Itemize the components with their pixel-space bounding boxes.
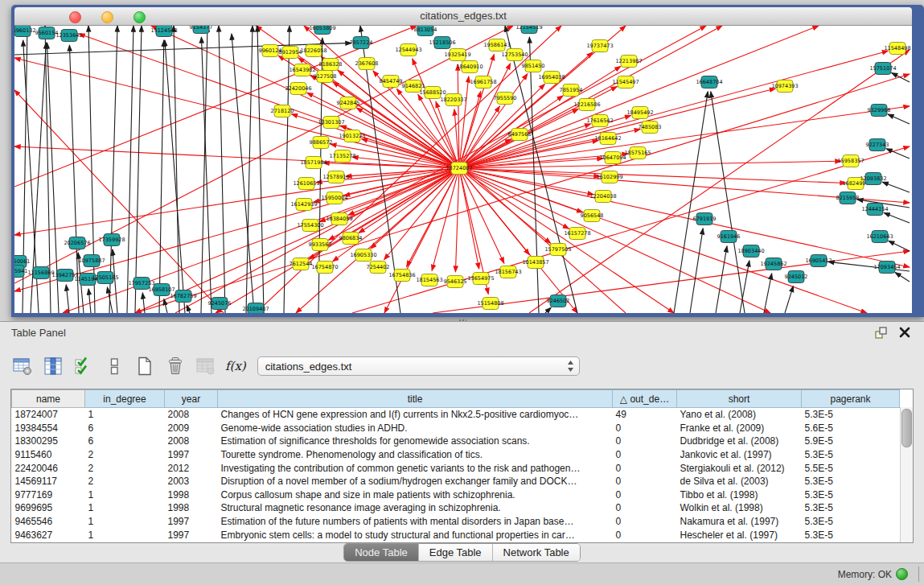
table-cell[interactable]: 2003 [165, 475, 218, 488]
table-cell[interactable]: 0 [613, 488, 677, 502]
table-cell[interactable]: Structural magnetic resonance image aver… [218, 501, 613, 515]
table-cell[interactable]: 9699695 [12, 501, 85, 515]
window-titlebar[interactable]: citations_edges.txt [14, 7, 912, 26]
table-row[interactable]: 1830029562008Estimation of significance … [12, 435, 900, 448]
table-cell[interactable]: 0 [613, 528, 677, 542]
selection-mode-icon[interactable] [69, 353, 98, 379]
column-header-pagerank[interactable]: pagerank [802, 390, 900, 408]
table-cell[interactable]: 9463627 [12, 528, 85, 542]
table-cell[interactable]: 1 [85, 408, 165, 422]
table-cell[interactable]: 2008 [165, 435, 218, 448]
table-cell[interactable]: Tibbo et al. (1998) [677, 488, 802, 502]
scrollbar-thumb[interactable] [901, 409, 912, 447]
delete-column-icon[interactable] [161, 353, 190, 379]
table-cell[interactable]: 2 [85, 461, 165, 475]
table-cell[interactable]: 2012 [165, 461, 218, 475]
table-row[interactable]: 1872400712008Changes of HCN gene express… [12, 408, 900, 422]
table-row[interactable]: 2242004622012Investigating the contribut… [12, 461, 900, 475]
table-cell[interactable]: 1 [85, 488, 165, 502]
table-row[interactable]: 969969511998Structural magnetic resonanc… [12, 501, 900, 515]
column-header-year[interactable]: year [165, 390, 218, 408]
table-cell[interactable]: 1998 [165, 488, 218, 502]
memory-status-icon[interactable] [896, 568, 908, 580]
table-cell[interactable]: 5.6E-5 [802, 422, 900, 435]
column-header-outde[interactable]: △ out_de… [613, 390, 677, 408]
table-cell[interactable]: Franke et al. (2009) [677, 422, 802, 435]
table-cell[interactable]: 2009 [165, 422, 218, 435]
table-cell[interactable]: 0 [613, 501, 677, 515]
table-cell[interactable]: 18300295 [12, 435, 85, 448]
table-row[interactable]: 1456911722003Disruption of a novel membe… [12, 475, 900, 488]
table-cell[interactable]: 1997 [165, 448, 218, 462]
table-cell[interactable]: 1998 [165, 501, 218, 515]
table-cell[interactable]: Yano et al. (2008) [677, 408, 802, 422]
table-cell[interactable]: 5.3E-5 [802, 475, 900, 488]
table-cell[interactable]: 9777169 [12, 488, 85, 502]
table-cell[interactable]: Corpus callosum shape and size in male p… [218, 488, 613, 502]
table-cell[interactable]: Wolkin et al. (1998) [677, 501, 802, 515]
table-cell[interactable]: 6 [85, 422, 165, 435]
table-cell[interactable]: Hescheler et al. (1997) [677, 528, 802, 542]
table-cell[interactable]: 9115460 [12, 448, 85, 462]
table-cell[interactable]: 0 [613, 461, 677, 475]
table-scrollbar[interactable] [900, 407, 913, 542]
create-column-icon[interactable] [130, 353, 159, 379]
table-mode-icon[interactable] [8, 353, 37, 379]
table-row[interactable]: 1938455462009Genome-wide association stu… [12, 422, 900, 435]
table-cell[interactable]: 5.3E-5 [802, 501, 900, 515]
table-cell[interactable]: 1 [85, 501, 165, 515]
table-row[interactable]: 977716911998Corpus callosum shape and si… [12, 488, 900, 502]
table-cell[interactable]: 14569117 [12, 475, 85, 488]
network-canvas[interactable]: 1872400799601248912954182260581654398281… [14, 26, 912, 313]
table-cell[interactable]: Embryonic stem cells: a model to study s… [218, 528, 613, 542]
table-cell[interactable]: Jankovic et al. (1997) [677, 448, 802, 462]
table-cell[interactable]: 1997 [165, 515, 218, 529]
table-cell[interactable]: Disruption of a novel member of a sodium… [218, 475, 613, 488]
table-cell[interactable]: Estimation of significance thresholds fo… [218, 435, 613, 448]
table-cell[interactable]: 5.5E-5 [802, 461, 900, 475]
column-header-name[interactable]: name [12, 390, 85, 408]
table-row[interactable]: 946362711997Embryonic stem cells: a mode… [12, 528, 900, 542]
rows-icon[interactable] [100, 353, 129, 379]
table-cell[interactable]: 0 [613, 515, 677, 529]
table-cell[interactable]: 49 [613, 408, 677, 422]
table-cell[interactable]: 18724007 [12, 408, 85, 422]
table-cell[interactable]: 22420046 [12, 461, 85, 475]
column-header-title[interactable]: title [218, 390, 613, 408]
table-cell[interactable]: 5.3E-5 [802, 528, 900, 542]
column-header-indegree[interactable]: in_degree [85, 390, 165, 408]
function-builder-icon[interactable]: f(x) [225, 359, 246, 373]
table-cell[interactable]: 5.3E-5 [802, 448, 900, 462]
table-cell[interactable]: 1997 [165, 528, 218, 542]
table-row[interactable]: 946554611997Estimation of the future num… [12, 515, 900, 529]
table-cell[interactable]: Genome-wide association studies in ADHD. [218, 422, 613, 435]
table-cell[interactable]: Investigating the contribution of common… [218, 461, 613, 475]
table-cell[interactable]: 5.3E-5 [802, 515, 900, 529]
table-cell[interactable]: 2008 [165, 408, 218, 422]
table-cell[interactable]: 1 [85, 515, 165, 529]
table-cell[interactable]: 2 [85, 475, 165, 488]
table-cell[interactable]: 0 [613, 435, 677, 448]
table-cell[interactable]: 1 [85, 528, 165, 542]
table-cell[interactable]: 5.3E-5 [802, 488, 900, 502]
table-cell[interactable]: 0 [613, 475, 677, 488]
table-cell[interactable]: 19384554 [12, 422, 85, 435]
table-cell[interactable]: Dudbridge et al. (2008) [677, 435, 802, 448]
table-cell[interactable]: 5.9E-5 [802, 435, 900, 448]
tab-edge-table[interactable]: Edge Table [419, 544, 493, 561]
table-cell[interactable]: Changes of HCN gene expression and I(f) … [218, 408, 613, 422]
table-cell[interactable]: 6 [85, 435, 165, 448]
table-cell[interactable]: Nakamura et al. (1997) [677, 515, 802, 529]
table-cell[interactable]: 5.3E-5 [802, 408, 900, 422]
table-row[interactable]: 911546021997Tourette syndrome. Phenomeno… [12, 448, 900, 462]
show-columns-icon[interactable] [39, 353, 68, 379]
table-cell[interactable]: de Silva et al. (2003) [677, 475, 802, 488]
tab-network-table[interactable]: Network Table [493, 544, 580, 561]
column-header-short[interactable]: short [677, 390, 802, 408]
table-cell[interactable]: 0 [613, 448, 677, 462]
table-cell[interactable]: Tourette syndrome. Phenomenology and cla… [218, 448, 613, 462]
table-cell[interactable]: 2 [85, 448, 165, 462]
tab-node-table[interactable]: Node Table [344, 544, 419, 561]
float-panel-icon[interactable] [874, 326, 889, 340]
close-panel-icon[interactable] [898, 326, 911, 339]
